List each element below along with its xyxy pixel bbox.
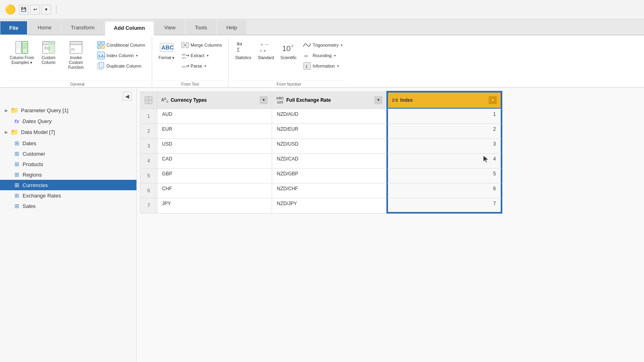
tab-home[interactable]: Home — [28, 20, 61, 35]
title-bar-separator: │ — [54, 5, 59, 14]
standard-button[interactable]: ＋ − ÷ × Standard — [255, 39, 277, 62]
row-number-cell: 3 — [140, 139, 157, 154]
chevron-down-icon: ▶ — [5, 108, 8, 113]
col-from-examples-label: Column FromExamples ▾ — [10, 56, 34, 65]
rounding-label: Rounding — [313, 53, 332, 58]
index-column-icon: 1,2,3 — [97, 51, 105, 60]
index-cell: 5 — [387, 169, 502, 183]
extract-button[interactable]: ABC 123 Extract ▾ — [179, 51, 211, 60]
extract-dropdown-icon: ▾ — [207, 54, 208, 58]
scientific-label: Scientific — [281, 56, 297, 60]
ribbon: Column FromExamples ▾ f(x) CustomColumn — [0, 35, 644, 88]
tab-file[interactable]: File — [0, 21, 27, 35]
full-exchange-rate-dropdown-button[interactable]: ▾ — [374, 96, 382, 104]
invoke-custom-function-button[interactable]: f× Invoke CustomFunction — [61, 39, 91, 72]
extract-icon: ABC 123 — [181, 51, 189, 60]
ribbon-group-from-text-label: From Text — [156, 80, 225, 86]
row-num-header — [140, 91, 157, 109]
sidebar-item-currencies[interactable]: ⊞ Currencies — [0, 180, 136, 190]
invoke-custom-function-label: Invoke CustomFunction — [63, 56, 89, 70]
index-column-button[interactable]: 1,2,3 Index Column ▾ — [95, 51, 140, 60]
col-header-currency-types[interactable]: ABC Currency Types ▾ — [157, 91, 272, 109]
sidebar-item-dates-query[interactable]: fx Dates Query — [0, 116, 136, 126]
tab-help[interactable]: Help — [217, 20, 246, 35]
merge-columns-button[interactable]: Merge Columns — [179, 40, 225, 50]
tab-tools[interactable]: Tools — [186, 20, 216, 35]
currency-types-cell: USD — [157, 139, 272, 154]
rounding-button[interactable]: .00 Rounding ▾ — [301, 51, 338, 60]
full-exchange-rate-cell: NZD/GBP — [272, 169, 387, 183]
save-button[interactable]: 💾 — [19, 5, 29, 14]
format-button[interactable]: ABC Format ▾ — [156, 39, 177, 62]
index-type-icon: 1²3 — [392, 98, 398, 103]
sidebar-item-customer[interactable]: ⊞ Customer — [0, 148, 136, 159]
col-from-examples-icon — [14, 40, 29, 55]
sidebar-folder-header-data-model[interactable]: ▶ 📁 Data Model [7] — [0, 126, 136, 138]
table-row: 4CADNZD/CAD4 — [140, 154, 502, 169]
sidebar-item-dates[interactable]: ⊞ Dates — [0, 138, 136, 148]
col-from-examples-button[interactable]: Column FromExamples ▾ — [7, 39, 37, 67]
tab-transform[interactable]: Transform — [62, 20, 104, 35]
full-exchange-rate-type-icon: ABC123 — [276, 96, 284, 104]
table-row: 5GBPNZD/GBP5 — [140, 169, 502, 183]
currency-types-cell: CAD — [157, 154, 272, 169]
conditional-column-button[interactable]: Conditional Column — [95, 40, 148, 50]
table-icon-sales: ⊞ — [14, 203, 19, 209]
dropdown-button[interactable]: ▾ — [41, 5, 51, 14]
statistics-button[interactable]: Xσ Σ Statistics — [233, 39, 254, 62]
tab-add-column[interactable]: Add Column — [105, 21, 154, 35]
sidebar-item-sales[interactable]: ⊞ Sales — [0, 201, 136, 211]
sidebar-item-products[interactable]: ⊞ Products — [0, 159, 136, 169]
standard-icon: ＋ − ÷ × — [259, 40, 273, 55]
information-button[interactable]: i Information ▾ — [301, 61, 341, 71]
row-number-cell: 2 — [140, 124, 157, 139]
index-cell: 4 — [387, 154, 502, 169]
svg-rect-0 — [16, 41, 21, 53]
custom-column-button[interactable]: f(x) CustomColumn — [38, 39, 59, 67]
index-dropdown-button[interactable]: ▾ — [489, 96, 497, 104]
full-exchange-rate-col-label: Full Exchange Rate — [286, 97, 331, 103]
sidebar-folder-header-parameter-query[interactable]: ▶ 📁 Parameter Query [1] — [0, 105, 136, 116]
parse-label: Parse — [191, 64, 202, 68]
currency-types-cell: AUD — [157, 109, 272, 124]
svg-text:1,2,3: 1,2,3 — [98, 54, 105, 58]
trigonometry-button[interactable]: Trigonometry ▾ — [301, 40, 345, 50]
sidebar-item-regions[interactable]: ⊞ Regions — [0, 169, 136, 180]
merge-columns-label: Merge Columns — [191, 43, 222, 47]
currency-types-dropdown-button[interactable]: ▾ — [260, 96, 268, 104]
col-header-full-exchange-rate[interactable]: ABC123 Full Exchange Rate ▾ — [272, 91, 387, 109]
index-cell: 1 — [387, 109, 502, 124]
sidebar-collapse-button[interactable]: ◀ — [123, 92, 132, 101]
row-number-cell: 7 — [140, 198, 157, 214]
svg-rect-23 — [99, 62, 104, 68]
row-number-cell: 6 — [140, 183, 157, 198]
row-number-cell: 4 — [140, 154, 157, 169]
ribbon-general-small: Conditional Column 1,2,3 Index Column ▾ — [95, 39, 148, 71]
currency-types-cell: EUR — [157, 124, 272, 139]
svg-text:Xσ: Xσ — [237, 42, 242, 46]
table-icon-currencies: ⊞ — [14, 182, 19, 188]
ribbon-number-items: Xσ Σ Statistics ＋ − ÷ × Standard — [233, 39, 345, 78]
svg-text:ABC: ABC — [182, 53, 187, 56]
table-row: 1AUDNZD/AUD1 — [140, 109, 502, 124]
undo-button[interactable]: ↩ — [30, 5, 40, 14]
col-header-index[interactable]: 1²3 Index ▾ — [387, 91, 502, 109]
tab-view[interactable]: View — [155, 20, 185, 35]
rounding-icon: .00 — [303, 51, 311, 60]
svg-text:123: 123 — [182, 57, 186, 59]
duplicate-column-button[interactable]: Duplicate Column — [95, 61, 144, 71]
format-label: Format ▾ — [159, 56, 174, 60]
sidebar-item-label-sales: Sales — [23, 203, 36, 209]
index-cell: 3 — [387, 139, 502, 154]
currency-types-header-left: ABC Currency Types — [161, 97, 207, 103]
svg-text:ABC: ABC — [161, 44, 173, 51]
parse-button[interactable]: abc Parse ▾ — [179, 61, 209, 71]
table-icon-regions: ⊞ — [14, 171, 19, 178]
title-bar-controls: 💾 ↩ ▾ — [19, 5, 51, 14]
scientific-button[interactable]: 10 2 Scientific — [278, 39, 299, 62]
sidebar-item-label-customer: Customer — [23, 151, 45, 157]
invoke-custom-function-icon: f× — [69, 40, 83, 55]
extract-label: Extract — [191, 53, 204, 58]
sidebar-item-exchange-rates[interactable]: ⊞ Exchange Rates — [0, 190, 136, 201]
trigonometry-icon — [303, 41, 311, 49]
